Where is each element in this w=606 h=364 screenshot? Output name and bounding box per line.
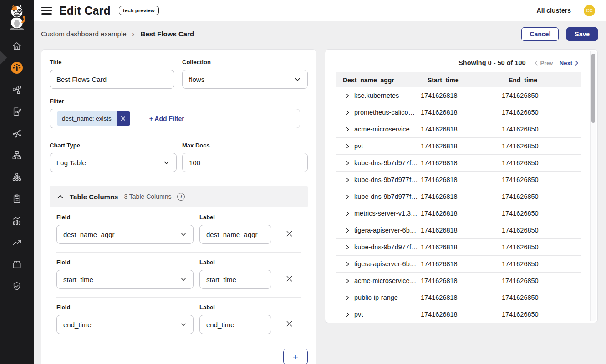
sidebar-item-compliance[interactable] <box>10 280 23 293</box>
cell-dest-name-aggr: acme-microservice… <box>354 126 421 133</box>
field-select[interactable]: end_time <box>56 315 194 334</box>
close-icon <box>285 275 293 283</box>
remove-column-button[interactable] <box>285 319 293 329</box>
sidebar-item-dashboards-active[interactable] <box>10 61 23 74</box>
label-input[interactable] <box>199 270 271 289</box>
label-label: Label <box>199 304 271 311</box>
expand-row-chevron-icon[interactable] <box>345 278 350 284</box>
add-column-button[interactable]: + <box>283 349 308 364</box>
info-icon[interactable]: i <box>177 193 185 201</box>
next-page-button[interactable]: Next <box>560 60 579 66</box>
card-editor-panel: Title Collection flows Filter dest_name:… <box>41 49 316 364</box>
table-columns-rows: Field dest_name_aggr Label Field <box>50 207 308 342</box>
sidebar-item-clusters[interactable] <box>10 171 23 183</box>
table-row[interactable]: pvt 1741626818 1741626850 <box>336 138 581 155</box>
table-column-row: Field start_time Label <box>56 253 301 298</box>
field-select[interactable]: start_time <box>56 270 194 289</box>
cell-start-time: 1741626818 <box>421 277 502 284</box>
sidebar-item-networks[interactable] <box>10 149 23 162</box>
table-row[interactable]: tigera-apiserver-6b… 1741626818 17416268… <box>336 222 581 239</box>
table-scrollbar-track[interactable] <box>590 51 596 321</box>
expand-row-chevron-icon[interactable] <box>345 295 350 301</box>
collection-select[interactable]: flows <box>182 70 308 89</box>
chart-type-select[interactable]: Log Table <box>50 153 177 172</box>
cell-end-time: 1741626850 <box>502 176 581 183</box>
package-icon <box>12 259 22 269</box>
remove-column-button[interactable] <box>285 229 293 239</box>
table-row[interactable]: metrics-server-v1.3… 1741626818 17416268… <box>336 205 581 222</box>
sidebar-item-image-assurance[interactable] <box>10 258 23 271</box>
label-input[interactable] <box>199 225 271 244</box>
sidebar-item-service-graph[interactable] <box>10 83 23 96</box>
trend-up-icon <box>12 238 22 248</box>
remove-filter-button[interactable] <box>117 111 130 126</box>
column-header-end-time: End_time <box>509 76 581 84</box>
table-row[interactable]: tigera-apiserver-6b… 1741626818 17416268… <box>336 256 581 273</box>
chevron-down-icon <box>163 159 170 166</box>
cancel-button[interactable]: Cancel <box>521 27 559 41</box>
expand-row-chevron-icon[interactable] <box>345 244 350 250</box>
add-filter-button[interactable]: + Add Filter <box>149 115 184 122</box>
sidebar-item-flow-visualizer[interactable] <box>10 127 23 140</box>
report-edit-icon <box>12 106 22 116</box>
title-input[interactable] <box>50 70 174 89</box>
field-select-value: dest_name_aggr <box>63 231 115 238</box>
save-button[interactable]: Save <box>566 27 598 41</box>
sidebar-item-reports[interactable] <box>10 105 23 118</box>
table-scrollbar-thumb[interactable] <box>591 54 595 123</box>
expand-row-chevron-icon[interactable] <box>345 261 350 267</box>
cluster-selector[interactable]: All clusters <box>537 7 571 14</box>
sidebar <box>0 0 34 364</box>
expand-row-chevron-icon[interactable] <box>345 93 350 99</box>
table-row[interactable]: acme-microservice… 1741626818 1741626850 <box>336 121 581 138</box>
expand-row-chevron-icon[interactable] <box>345 211 350 217</box>
filter-chip-label: dest_name: exists <box>57 111 117 126</box>
expand-row-chevron-icon[interactable] <box>345 143 350 149</box>
table-row[interactable]: kse.kubernetes 1741626818 1741626850 <box>336 87 581 104</box>
sidebar-item-policies[interactable] <box>10 192 23 205</box>
prev-page-button[interactable]: Prev <box>534 60 553 66</box>
label-label: Label <box>199 214 271 221</box>
breadcrumb-parent[interactable]: Custom dashboard example <box>41 30 127 38</box>
table-row[interactable]: public-ip-range 1741626818 1741626850 <box>336 289 581 306</box>
expand-row-chevron-icon[interactable] <box>345 177 350 183</box>
max-docs-input[interactable] <box>182 153 308 172</box>
pagination-showing-text: Showing 0 - 50 of 100 <box>458 59 525 66</box>
user-avatar[interactable]: CC <box>584 5 595 16</box>
sitemap-icon <box>12 150 22 160</box>
expand-row-chevron-icon[interactable] <box>345 228 350 233</box>
expand-row-chevron-icon[interactable] <box>345 110 350 116</box>
table-columns-section-header[interactable]: Table Columns 3 Table Columns i <box>50 186 308 207</box>
remove-column-button[interactable] <box>285 274 293 284</box>
table-row[interactable]: acme-microservice… 1741626818 1741626850 <box>336 273 581 289</box>
table-row[interactable]: prometheus-calico… 1741626818 1741626850 <box>336 104 581 121</box>
sidebar-item-logs[interactable] <box>10 214 23 227</box>
chart-type-field-label: Chart Type <box>50 142 177 149</box>
expand-row-chevron-icon[interactable] <box>345 194 350 200</box>
table-row[interactable]: pvt 1741626818 1741626850 <box>336 306 581 323</box>
cell-start-time: 1741626818 <box>421 92 502 99</box>
table-row[interactable]: kube-dns-9b7d977f… 1741626818 1741626850 <box>336 172 581 188</box>
label-input[interactable] <box>199 315 271 334</box>
field-label: Field <box>56 259 194 266</box>
sidebar-item-threat-defense[interactable] <box>10 236 23 249</box>
max-docs-field-label: Max Docs <box>182 142 308 149</box>
expand-row-chevron-icon[interactable] <box>345 312 350 318</box>
cell-end-time: 1741626850 <box>502 159 581 167</box>
chevron-down-icon <box>180 276 187 283</box>
cell-dest-name-aggr: tigera-apiserver-6b… <box>354 227 421 234</box>
cell-start-time: 1741626818 <box>421 126 502 133</box>
sidebar-item-home[interactable] <box>10 40 23 52</box>
table-row[interactable]: kube-dns-9b7d977f… 1741626818 1741626850 <box>336 188 581 205</box>
expand-row-chevron-icon[interactable] <box>345 126 350 132</box>
page-title: Edit Card <box>59 4 111 17</box>
filter-box[interactable]: dest_name: exists + Add Filter <box>50 109 300 128</box>
table-row[interactable]: kube-dns-9b7d977f… 1741626818 1741626850 <box>336 239 581 256</box>
cell-dest-name-aggr: kube-dns-9b7d977f… <box>354 193 421 200</box>
table-row[interactable]: kube-dns-9b7d977f… 1741626818 1741626850 <box>336 155 581 172</box>
expand-row-chevron-icon[interactable] <box>345 160 350 166</box>
field-select[interactable]: dest_name_aggr <box>56 225 194 244</box>
divider <box>50 182 308 182</box>
chevron-up-icon <box>57 193 64 200</box>
hamburger-menu-icon[interactable] <box>41 7 52 15</box>
